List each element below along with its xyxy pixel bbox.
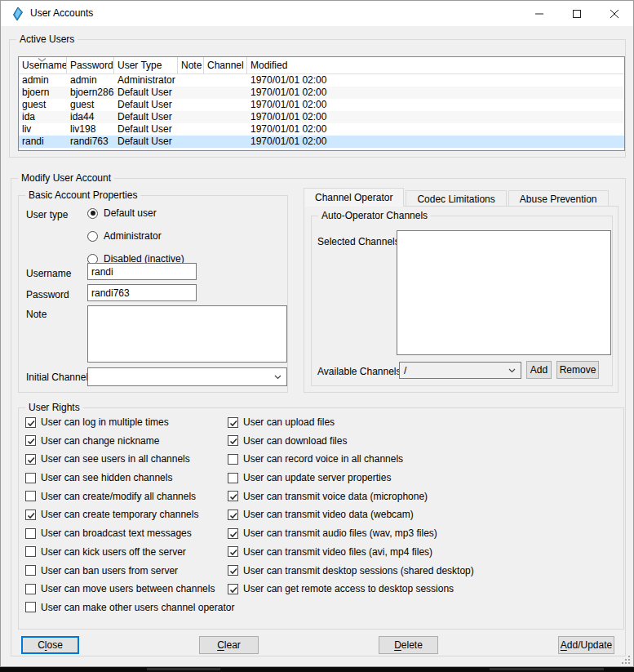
column-header-note[interactable]: Note — [178, 57, 204, 73]
tab-abuse-prevention[interactable]: Abuse Prevention — [508, 190, 609, 207]
checkbox-label: User can update server properties — [243, 472, 391, 483]
user-right-checkbox[interactable]: User can download files — [228, 434, 474, 447]
table-cell: 1970/01/01 02:00 — [247, 111, 624, 123]
column-header-modified[interactable]: Modified — [247, 57, 624, 73]
title-bar: User Accounts — [1, 1, 633, 26]
user-right-checkbox[interactable]: User can change nickname — [25, 434, 234, 447]
user-right-checkbox[interactable]: User can create temporary channels — [25, 508, 234, 521]
checkbox-label: User can log in multiple times — [41, 416, 169, 428]
table-cell: admin — [67, 74, 114, 87]
checkbox-label: User can make other users channel operat… — [41, 602, 234, 613]
user-right-checkbox[interactable]: User can make other users channel operat… — [25, 601, 234, 614]
checked-checkbox-icon — [25, 510, 36, 520]
auto-operator-channels-group-label: Auto-Operator Channels — [318, 210, 431, 222]
resize-grip[interactable] — [620, 654, 632, 665]
table-row[interactable]: livliv198Default User1970/01/01 02:00 — [19, 123, 624, 136]
clear-button[interactable]: Clear — [199, 636, 259, 654]
selected-channels-listbox[interactable] — [397, 230, 611, 355]
table-cell: randi763 — [67, 136, 114, 148]
user-type-radio-option[interactable]: Default user — [87, 207, 184, 220]
checkbox-label: User can kick users off the server — [41, 546, 186, 558]
user-right-checkbox[interactable]: User can transmit video files (avi, mp4 … — [228, 545, 474, 559]
checkbox-label: User can transmit audio files (wav, mp3 … — [243, 527, 437, 539]
active-users-table-body: adminadminAdministrator1970/01/01 02:00b… — [19, 74, 624, 148]
maximize-button[interactable] — [558, 1, 596, 26]
checked-checkbox-icon — [228, 510, 238, 520]
user-right-checkbox[interactable]: User can log in multiple times — [25, 416, 234, 429]
initial-channel-combo[interactable] — [87, 367, 287, 386]
close-button[interactable]: Close — [21, 636, 79, 654]
user-right-checkbox[interactable]: User can update server properties — [228, 471, 474, 484]
username-input[interactable] — [87, 263, 197, 280]
close-window-button[interactable] — [596, 1, 633, 26]
checkbox-label: User can download files — [243, 435, 347, 447]
checkbox-label: User can upload files — [243, 416, 335, 428]
user-right-checkbox[interactable]: User can ban users from server — [25, 564, 234, 577]
checked-checkbox-icon — [228, 528, 238, 539]
selected-channels-label: Selected Channels — [317, 235, 400, 248]
window-controls — [521, 1, 633, 26]
checkbox-label: User can see users in all channels — [41, 453, 190, 465]
table-cell: guest — [19, 99, 67, 111]
checkbox-label: User can transmit video files (avi, mp4 … — [243, 546, 432, 558]
background-strip — [0, 667, 634, 672]
available-channels-combo[interactable]: / — [399, 362, 521, 379]
table-cell — [204, 87, 247, 99]
active-users-table: UsernamePasswordUser TypeNoteChannelModi… — [18, 56, 625, 151]
delete-button[interactable]: Delete — [379, 636, 438, 654]
note-textarea[interactable] — [87, 305, 287, 363]
add-update-button[interactable]: Add/Update — [558, 636, 614, 654]
checked-checkbox-icon — [228, 417, 238, 428]
checkbox-label: User can transmit desktop sessions (shar… — [243, 565, 474, 576]
user-right-checkbox[interactable]: User can see users in all channels — [25, 452, 234, 465]
user-accounts-window: User Accounts Active Users UsernamePassw… — [0, 0, 634, 667]
user-right-checkbox[interactable]: User can get remote access to desktop se… — [228, 582, 474, 595]
user-right-checkbox[interactable]: User can kick users off the server — [25, 545, 234, 559]
add-button[interactable]: Add — [526, 361, 552, 379]
user-right-checkbox[interactable]: User can transmit video data (webcam) — [228, 508, 474, 521]
table-cell — [204, 74, 247, 87]
note-label: Note — [26, 308, 47, 321]
table-row[interactable]: randirandi763Default User1970/01/01 02:0… — [19, 136, 624, 148]
initial-channel-label: Initial Channel — [26, 371, 88, 384]
user-right-checkbox[interactable]: User can transmit audio files (wav, mp3 … — [228, 527, 474, 540]
table-row[interactable]: guestguestDefault User1970/01/01 02:00 — [19, 99, 624, 111]
checkbox-label: User can broadcast text messages — [41, 527, 192, 539]
user-right-checkbox[interactable]: User can create/modify all channels — [25, 490, 234, 503]
column-header-password[interactable]: Password — [67, 57, 114, 73]
unchecked-checkbox-icon — [25, 546, 36, 557]
table-row[interactable]: adminadminAdministrator1970/01/01 02:00 — [19, 74, 624, 87]
modify-tab-bar: Channel OperatorCodec LimitationsAbuse P… — [304, 188, 610, 207]
user-right-checkbox[interactable]: User can record voice in all channels — [228, 452, 474, 465]
window-title: User Accounts — [30, 1, 93, 26]
chevron-down-icon — [508, 368, 516, 373]
remove-button[interactable]: Remove — [556, 361, 599, 379]
user-right-checkbox[interactable]: User can see hidden channels — [25, 471, 234, 484]
table-cell — [178, 123, 204, 136]
basic-account-properties-group-label: Basic Account Properties — [25, 189, 140, 202]
tab-channel-operator[interactable]: Channel Operator — [304, 188, 404, 207]
table-cell — [204, 99, 247, 111]
radio-label: Administrator — [104, 230, 162, 242]
unchecked-checkbox-icon — [25, 528, 36, 539]
table-cell: Default User — [114, 136, 178, 148]
column-header-channel[interactable]: Channel — [204, 57, 247, 73]
checkbox-label: User can move users between channels — [41, 583, 215, 594]
table-row[interactable]: bjoernbjoern286Default User1970/01/01 02… — [19, 87, 624, 99]
column-header-user-type[interactable]: User Type — [114, 57, 178, 73]
user-right-checkbox[interactable]: User can broadcast text messages — [25, 527, 234, 540]
radio-icon — [87, 231, 98, 242]
user-right-checkbox[interactable]: User can upload files — [228, 416, 474, 429]
table-cell: liv198 — [67, 123, 114, 136]
table-cell: ida44 — [67, 111, 114, 123]
minimize-button[interactable] — [521, 1, 558, 26]
user-right-checkbox[interactable]: User can transmit desktop sessions (shar… — [228, 564, 474, 577]
table-cell: randi — [19, 136, 67, 148]
user-right-checkbox[interactable]: User can transmit voice data (microphone… — [228, 490, 474, 503]
tab-codec-limitations[interactable]: Codec Limitations — [406, 190, 506, 207]
table-row[interactable]: idaida44Default User1970/01/01 02:00 — [19, 111, 624, 123]
checked-checkbox-icon — [25, 454, 36, 465]
user-type-radio-option[interactable]: Administrator — [87, 229, 184, 243]
user-right-checkbox[interactable]: User can move users between channels — [25, 582, 234, 595]
password-input[interactable] — [87, 284, 197, 301]
